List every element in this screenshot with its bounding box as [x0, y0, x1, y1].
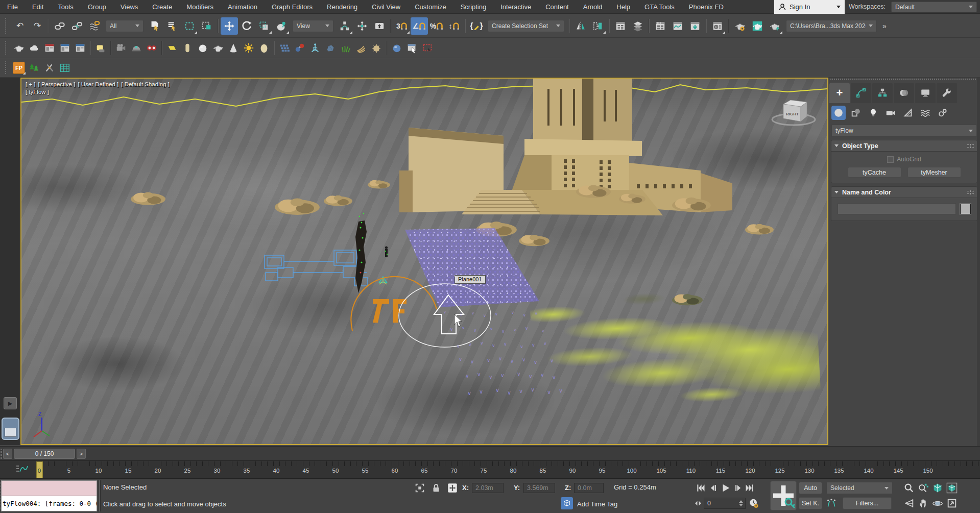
- category-systems[interactable]: [936, 106, 950, 120]
- grid-array-icon[interactable]: [277, 40, 292, 56]
- time-configuration-icon[interactable]: [748, 497, 760, 509]
- menu-content[interactable]: Content: [538, 0, 576, 14]
- key-filters-dropdown[interactable]: Selected: [826, 482, 893, 494]
- forest-plugin-icon[interactable]: [27, 60, 42, 76]
- toolbar-overflow-icon[interactable]: »: [882, 22, 887, 30]
- tab-create[interactable]: +: [829, 83, 850, 103]
- snap-toggle-3d-icon[interactable]: 3: [393, 17, 411, 35]
- use-pivot-center-icon[interactable]: [336, 17, 353, 35]
- teapot-icon[interactable]: [11, 40, 27, 56]
- render-window-red-icon[interactable]: [42, 40, 57, 56]
- menu-graph-editors[interactable]: Graph Editors: [265, 0, 320, 14]
- select-region-icon[interactable]: [181, 17, 198, 35]
- egg-primitive-icon[interactable]: [256, 40, 272, 56]
- menu-tools[interactable]: Tools: [51, 0, 80, 14]
- viewport-label-segment[interactable]: [ + ]: [26, 81, 36, 87]
- go-to-end-button[interactable]: [745, 482, 755, 494]
- region-render-icon[interactable]: [420, 40, 435, 56]
- category-spacewarps[interactable]: [918, 106, 933, 120]
- menu-civil-view[interactable]: Civil View: [365, 0, 408, 14]
- dialog-window-icon[interactable]: [57, 40, 73, 56]
- frame-step-arrows[interactable]: [694, 497, 703, 509]
- render-setup-icon[interactable]: [731, 17, 749, 35]
- molecule-icon[interactable]: [292, 40, 307, 56]
- viewport-label[interactable]: [ + ][ Perspective ][ User Defined ][ De…: [26, 81, 170, 87]
- tab-modify[interactable]: [851, 83, 871, 103]
- menu-phoenix-fd[interactable]: Phoenix FD: [682, 0, 731, 14]
- sun-light-icon[interactable]: [241, 40, 256, 56]
- select-place-icon[interactable]: [273, 17, 290, 35]
- fp-plugin-icon[interactable]: FP: [11, 60, 27, 76]
- zoom-icon[interactable]: [903, 482, 915, 494]
- object-color-swatch[interactable]: [960, 204, 971, 214]
- tools-plugin-icon[interactable]: [42, 60, 57, 76]
- object-type-dropdown[interactable]: tyFlow: [831, 125, 977, 137]
- undo-icon[interactable]: ↶: [11, 17, 29, 35]
- listener-macro-row[interactable]: [2, 481, 97, 496]
- data-grid-plugin-icon[interactable]: [57, 60, 73, 76]
- spinner-snap-icon[interactable]: ↕: [445, 17, 463, 35]
- category-lights[interactable]: [866, 106, 880, 120]
- add-time-tag-label[interactable]: Add Time Tag: [577, 500, 617, 508]
- menu-create[interactable]: Create: [145, 0, 179, 14]
- camera-dome-icon[interactable]: [129, 40, 144, 56]
- window-select-icon[interactable]: [404, 40, 420, 56]
- mini-curve-editor-button[interactable]: [13, 462, 31, 476]
- listener-script-row[interactable]: tyFlow004: [frames: 0-0 (: [2, 496, 97, 511]
- rendered-frame-window-icon[interactable]: [749, 17, 766, 35]
- isolate-selection-icon[interactable]: [414, 482, 426, 494]
- cloud-icon[interactable]: [27, 40, 42, 56]
- teapot-primitive-icon[interactable]: [210, 40, 226, 56]
- blue-sphere-icon[interactable]: [389, 40, 404, 56]
- grass-scatter-icon[interactable]: [338, 40, 353, 56]
- z-coordinate-field[interactable]: 0.0m: [574, 483, 604, 493]
- zoom-all-icon[interactable]: [917, 482, 929, 494]
- link-icon[interactable]: [51, 17, 68, 35]
- zoom-extents-all-icon[interactable]: [946, 482, 958, 494]
- go-to-start-button[interactable]: [696, 482, 706, 494]
- set-keys-button[interactable]: [770, 481, 797, 510]
- expand-panel-button[interactable]: ▶: [4, 397, 17, 409]
- layer-explorer-icon[interactable]: [629, 17, 647, 35]
- field-of-view-icon[interactable]: [903, 497, 915, 509]
- tab-motion[interactable]: [894, 83, 914, 103]
- track-bar[interactable]: 0510152025303540455055606570758085909510…: [0, 460, 980, 479]
- menu-arnold[interactable]: Arnold: [576, 0, 610, 14]
- maxscript-mini-listener[interactable]: tyFlow004: [frames: 0-0 (: [1, 480, 97, 511]
- sign-in-dropdown[interactable]: Sign In: [774, 0, 845, 14]
- capsule-primitive-icon[interactable]: [180, 40, 195, 56]
- category-shapes[interactable]: [849, 106, 863, 120]
- rollout-object-type-header[interactable]: Object Type: [831, 140, 977, 152]
- angle-snap-icon[interactable]: ∠: [411, 17, 428, 35]
- unlink-icon[interactable]: [68, 17, 86, 35]
- select-scale-icon[interactable]: [255, 17, 273, 35]
- orbit-icon[interactable]: [931, 497, 944, 509]
- auto-key-button[interactable]: Auto: [799, 482, 822, 494]
- category-helpers[interactable]: [901, 106, 915, 120]
- ribbon-toggle-icon[interactable]: [652, 17, 669, 35]
- bind-spacewarp-icon[interactable]: [86, 17, 103, 35]
- next-frame-button[interactable]: >: [77, 449, 86, 459]
- select-move-icon[interactable]: [221, 17, 238, 35]
- selection-lock-icon[interactable]: [430, 482, 442, 494]
- schematic-view-icon[interactable]: [686, 17, 704, 35]
- table-window-icon[interactable]: [73, 40, 88, 56]
- keyboard-override-icon[interactable]: [371, 17, 388, 35]
- rollout-name-color-header[interactable]: Name and Color: [831, 187, 977, 198]
- menu-interactive[interactable]: Interactive: [493, 0, 538, 14]
- menu-help[interactable]: Help: [609, 0, 637, 14]
- menu-edit[interactable]: Edit: [25, 0, 51, 14]
- next-key-button[interactable]: [733, 482, 744, 494]
- select-by-name-icon[interactable]: [163, 17, 181, 35]
- window-crossing-icon[interactable]: [198, 17, 216, 35]
- percent-snap-icon[interactable]: %: [428, 17, 445, 35]
- menu-customize[interactable]: Customize: [408, 0, 453, 14]
- current-frame-spinner[interactable]: 0: [704, 498, 746, 509]
- maximize-viewport-icon[interactable]: [946, 497, 958, 509]
- rock-icon[interactable]: [323, 40, 338, 56]
- edit-named-selections-icon[interactable]: {}: [468, 17, 485, 35]
- previous-key-button[interactable]: [708, 482, 718, 494]
- viewport-label-segment[interactable]: [ User Defined ]: [78, 81, 118, 87]
- perspective-viewport[interactable]: ∨∨∨∨∨∨∨∨∨∨∨∨∨∨∨∨∨∨∨∨∨∨∨∨∨∨∨∨∨∨∨∨∨∨∨∨∨∨∨∨…: [20, 78, 828, 445]
- menu-group[interactable]: Group: [81, 0, 113, 14]
